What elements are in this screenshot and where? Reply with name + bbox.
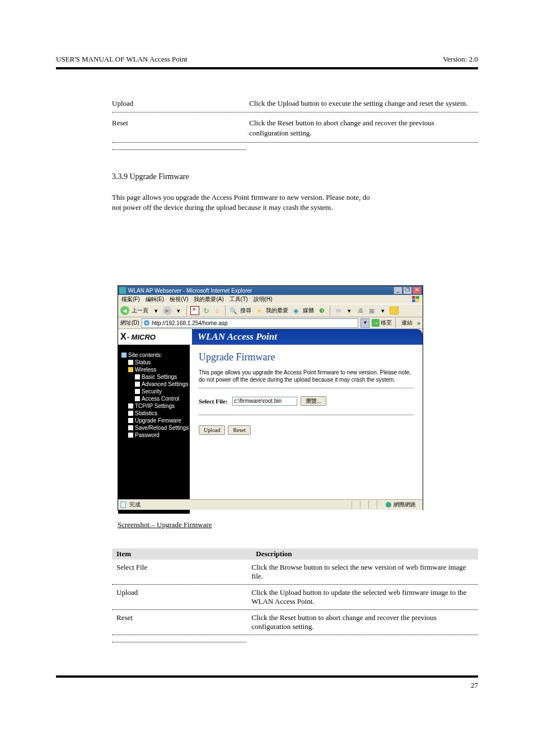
links-label[interactable]: 連結 <box>401 319 413 327</box>
edit-icon[interactable]: ▦ <box>367 306 376 315</box>
body-area: Upload Click the Upload button to execut… <box>112 84 478 213</box>
page-icon <box>128 433 133 438</box>
table-row: Reset Click the Reset button to abort ch… <box>112 610 478 635</box>
table-row: Select File Click the Browse button to s… <box>112 560 478 585</box>
page-banner: WLAN Access Point <box>192 329 423 345</box>
menu-favorites[interactable]: 我的最愛(A) <box>194 295 223 303</box>
content-row: Site contents: Status Wireless Basic Set… <box>118 345 423 514</box>
back-button[interactable]: ◄ <box>120 306 129 315</box>
dotted-divider <box>112 642 246 642</box>
file-path-input[interactable] <box>232 397 297 406</box>
page-icon <box>135 389 140 394</box>
menu-edit[interactable]: 編輯(E) <box>146 295 164 303</box>
sidebar-item-password[interactable]: Password <box>121 431 190 439</box>
sidebar-item-label: Advanced Settings <box>142 381 188 387</box>
upload-button[interactable]: Upload <box>199 425 225 435</box>
chevron-down-icon[interactable]: ▾ <box>345 306 354 315</box>
table-row: Reset Click the Reset button to abort ch… <box>112 118 478 142</box>
toolbar-separator <box>186 306 187 316</box>
chevron-down-icon[interactable]: ▾ <box>152 306 161 315</box>
file-select-row: Select File: 瀏覽... <box>199 396 414 415</box>
sidebar-item-label: Save/Reload Settings <box>135 425 189 431</box>
windows-logo-icon <box>411 295 420 303</box>
sidebar-item-label: Status <box>135 359 151 365</box>
sidebar-item-label: Upgrade Firmware <box>135 417 181 424</box>
para-line: This page allows you upgrade the Access … <box>112 193 370 201</box>
sidebar-item-status[interactable]: Status <box>121 359 190 366</box>
sidebar-item-wireless[interactable]: Wireless <box>121 366 190 373</box>
sidebar-item-upgrade-firmware[interactable]: Upgrade Firmware <box>121 417 190 424</box>
sidebar-item-advanced-settings[interactable]: Advanced Settings <box>121 381 190 388</box>
status-pocket <box>377 501 385 509</box>
sidebar-item-access-control[interactable]: Access Control <box>121 395 190 402</box>
dotted-divider <box>112 635 478 635</box>
sidebar-item-security[interactable]: Security <box>121 388 190 395</box>
address-value: http://192.168.1.254/home.asp <box>152 320 228 326</box>
menu-help[interactable]: 說明(H) <box>254 295 273 303</box>
search-icon[interactable]: 🔍 <box>229 306 238 315</box>
table-row: Upload Click the Upload button to execut… <box>112 98 478 112</box>
page-icon <box>143 320 150 326</box>
sidebar-item-label: Access Control <box>142 396 179 402</box>
figure-caption: Screenshot – Upgrade Firmware <box>118 520 212 529</box>
sidebar-item-basic-settings[interactable]: Basic Settings <box>121 373 190 381</box>
page-icon <box>135 374 140 379</box>
print-icon[interactable]: 🖶 <box>356 306 365 315</box>
menu-file[interactable]: 檔案(F) <box>121 295 140 303</box>
section-paragraph: This page allows you upgrade the Access … <box>112 192 478 213</box>
discuss-icon[interactable] <box>390 307 399 314</box>
maximize-button[interactable]: ❐ <box>403 287 412 294</box>
item-label: Upload <box>112 98 247 109</box>
brand-text: - MICRO <box>127 333 156 341</box>
go-arrow-icon: → <box>372 319 380 327</box>
history-icon[interactable]: ❸ <box>317 306 326 315</box>
address-bar: 網址(D) http://192.168.1.254/home.asp ▼ → … <box>118 317 423 329</box>
lower-table: Item Description Select File Click the B… <box>112 548 478 642</box>
address-dropdown[interactable]: ▼ <box>360 318 369 328</box>
button-row: Upload Reset <box>199 425 414 435</box>
cell-desc: Click the Reset button to abort change a… <box>251 613 475 631</box>
page-icon <box>128 360 133 365</box>
select-file-label: Select File: <box>199 398 232 405</box>
mail-icon[interactable]: ✉ <box>334 306 343 315</box>
address-input[interactable]: http://192.168.1.254/home.asp <box>142 318 359 328</box>
browse-button[interactable]: 瀏覽... <box>301 396 326 406</box>
favorites-icon[interactable]: ★ <box>255 306 264 315</box>
sidebar-item-label: Statistics <box>135 410 157 416</box>
sidebar-item-save-reload[interactable]: Save/Reload Settings <box>121 424 190 431</box>
menu-view[interactable]: 檢視(V) <box>170 295 188 303</box>
forward-button[interactable]: ► <box>163 306 172 315</box>
tree-root-label: Site contents: <box>128 352 162 358</box>
section-heading: 3.3.9 Upgrade Firmware <box>112 172 478 181</box>
menu-tools[interactable]: 工具(T) <box>229 295 248 303</box>
cell-item: Upload <box>112 588 250 597</box>
status-done: 完成 <box>129 501 140 509</box>
sidebar-item-statistics[interactable]: Statistics <box>121 410 190 417</box>
home-button[interactable]: ⌂ <box>213 306 222 315</box>
media-icon[interactable]: ◉ <box>292 306 301 315</box>
chevron-right-icon[interactable]: » <box>417 320 420 326</box>
content-pane: Upgrade Firmware This page allows you up… <box>190 345 423 514</box>
reset-button[interactable]: Reset <box>228 425 250 435</box>
caption-text: Screenshot – Upgrade Firmware <box>118 520 212 529</box>
stop-button[interactable] <box>190 306 199 315</box>
page-icon <box>128 411 133 416</box>
chevron-down-icon[interactable]: ▾ <box>174 306 183 315</box>
minimize-button[interactable]: _ <box>394 287 402 294</box>
toolbar: ◄ 上一頁 ▾ ► ▾ ↻ ⌂ 🔍 搜尋 ★ 我的最愛 ◉ 媒體 ❸ ✉ ▾ 🖶… <box>118 304 423 317</box>
window-title: WLAN AP Webserver - Microsoft Internet E… <box>128 288 394 294</box>
chevron-down-icon[interactable]: ▾ <box>378 306 387 315</box>
refresh-button[interactable]: ↻ <box>202 306 210 315</box>
sidebar-item-tcpip[interactable]: TCP/IP Settings <box>121 402 190 410</box>
menubar: 檔案(F) 編輯(E) 檢視(V) 我的最愛(A) 工具(T) 說明(H) <box>118 295 423 304</box>
close-button[interactable]: ✕ <box>413 287 421 294</box>
go-button[interactable]: → 移至 <box>372 319 392 327</box>
window-buttons: _ ❐ ✕ <box>394 287 421 294</box>
page-number: 27 <box>471 681 478 690</box>
page-description: This page allows you upgrade the Access … <box>199 369 414 388</box>
status-net-label: 網際網路 <box>394 501 416 509</box>
doc-header: USER'S MANUAL OF WLAN Access Point <box>56 55 188 63</box>
tree-root: Site contents: <box>121 351 190 359</box>
svg-rect-1 <box>416 296 419 299</box>
table-row: Upload Click the Upload button to update… <box>112 585 478 610</box>
